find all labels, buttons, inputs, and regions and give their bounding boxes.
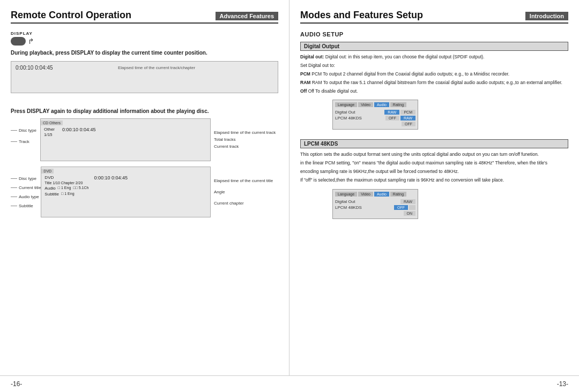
- left-section: Remote Control Operation Advanced Featur…: [0, 0, 290, 375]
- menu1-pcm-val: PCM: [400, 110, 415, 115]
- arrow-icon: ↱: [28, 37, 34, 46]
- disc2-labels-right: Elapsed time of the current title Angle …: [214, 167, 278, 206]
- lpcm-menu: Language Video Audio Rating Digital Out …: [332, 189, 418, 219]
- menu1-off-val: OFF: [385, 116, 399, 120]
- instruction1: During playback, press DISPLAY to displa…: [11, 50, 278, 56]
- lpcm-label: LPCM 48KDS: [300, 139, 568, 148]
- digital-output-intro: Digital out: Digital out: in this setup …: [300, 54, 568, 61]
- disc1-labels-right: Elapsed time of the current track Total …: [214, 118, 278, 149]
- disc2-type-label: Disc type: [11, 176, 41, 181]
- disc2-angle: Angle: [214, 190, 278, 194]
- disc2-audio-label: Audio type: [11, 194, 41, 199]
- menu2-row1: Digital Out RAW: [335, 199, 415, 205]
- menu2-tabs: Language Video Audio Rating: [335, 192, 415, 197]
- disc1-current: Current track: [214, 144, 278, 149]
- menu2-row2: LPCM 48KDS OFF: [335, 205, 415, 210]
- menu1-tab-video: Video: [358, 102, 373, 107]
- menu1-tabs: Language Video Audio Rating: [335, 102, 415, 107]
- disc1-track-label: Track: [11, 139, 40, 144]
- disc1-track-val: 1/15: [44, 132, 55, 137]
- right-header: Modes and Features Setup Introduction: [300, 10, 568, 24]
- digital-output-menu: Language Video Audio Rating Digital Out …: [332, 100, 418, 130]
- menu1-row2: LPCM 48KDS OFF RAW: [335, 115, 415, 121]
- menu1-row3: OFF: [335, 121, 415, 127]
- menu1-row1: Digital Out RAW PCM: [335, 109, 415, 115]
- disc2-elapsed: Elapsed time of the current title: [214, 178, 278, 183]
- disc2-ch-val: □□ 5.1Ch: [73, 186, 88, 191]
- disc1-type-label: Disc type: [11, 128, 40, 133]
- disc2-subtitle-label: Subtitle: [11, 203, 41, 208]
- instruction2: Press DISPLAY again to display additiona…: [11, 108, 278, 114]
- disc2-sub-eng-val: □ 1 Eng: [61, 192, 74, 197]
- disc2-type-val: DVD: [44, 175, 88, 180]
- disc1-tab: CD Others: [41, 120, 63, 125]
- right-page-number: -13-: [557, 380, 568, 388]
- menu2-tab-audio: Audio: [374, 192, 389, 197]
- menu1-raw-val: RAW: [384, 110, 399, 115]
- lpcm-desc3: encoding sampling rate is 96KHz,the outp…: [300, 169, 568, 175]
- disc1-box: CD Others Other 1/15 0:00:10 0:04:45: [40, 118, 211, 161]
- disc2-eng-val: □ 1 Eng: [58, 186, 71, 191]
- menu1-off2-val: OFF: [402, 122, 415, 126]
- display-button-icon: [11, 37, 26, 46]
- lpcm-desc4: If "off" is selected,then the maximun ou…: [300, 177, 568, 184]
- remote-icon-group: ↱: [11, 37, 278, 46]
- left-badge: Advanced Features: [216, 12, 278, 20]
- right-section: Modes and Features Setup Introduction AU…: [290, 0, 579, 375]
- disc2-subtitle-val: Subtitle: [44, 192, 59, 197]
- menu2-tab-video: Video: [358, 192, 373, 197]
- disc1-time: 0:00:10 0:04:45: [62, 127, 96, 132]
- menu2-digital-out-label: Digital Out: [335, 199, 355, 204]
- menu2-off-val: OFF: [394, 205, 408, 210]
- right-title: Modes and Features Setup: [300, 10, 423, 21]
- off-desc: Off Off To disable digital out.: [300, 88, 568, 95]
- menu1-lpcm-label: LPCM 48KDS: [335, 116, 362, 120]
- menu1-digital-out-label: Digital Out: [335, 110, 355, 115]
- display-label: DISPLAY: [11, 31, 278, 36]
- left-header: Remote Control Operation Advanced Featur…: [11, 10, 278, 24]
- digital-out-bold: Digital out:: [300, 54, 324, 59]
- left-page-number: -16-: [11, 380, 22, 388]
- page-container: Remote Control Operation Advanced Featur…: [0, 0, 579, 375]
- disc2-time: 0:00:10 0:04:45: [94, 175, 128, 180]
- lpcm-desc2: in the linear PCM setting, "on" means "t…: [300, 160, 568, 167]
- raw-desc: RAM RAM To output the raw 5.1 channel di…: [300, 80, 568, 86]
- menu2-tab-language: Language: [335, 192, 357, 197]
- menu1-raw2-val: RAW: [400, 116, 415, 120]
- disc2-subtitle-row: Subtitle □ 1 Eng: [44, 192, 88, 197]
- menu2-lpcm-label: LPCM 48KDS: [335, 205, 362, 210]
- lpcm-desc1: This option sets the audio output format…: [300, 152, 568, 158]
- elapsed-label: Elapsed time of the current track/chapte…: [118, 65, 283, 70]
- disc2-audio-val: Audio: [44, 186, 55, 191]
- menu2-row3: ON: [335, 210, 415, 216]
- digital-output-label: Digital Output: [300, 42, 568, 51]
- disc1-total: Total tracks: [214, 137, 278, 142]
- menu1-tab-audio: Audio: [374, 102, 389, 107]
- left-title: Remote Control Operation: [11, 10, 131, 21]
- menu2-empty-val: [409, 205, 415, 210]
- menu2-tab-rating: Rating: [390, 192, 406, 197]
- right-badge: Introduction: [525, 12, 568, 20]
- disc2-title-val: Title 1/10 Chapter 2/20: [44, 181, 88, 185]
- disc2-tab: DVD: [41, 169, 54, 174]
- disc1-container: Disc type Track CD Others Other 1/15 0:0…: [11, 118, 278, 161]
- pcm-desc: PCM PCM To output 2 channel digital from…: [300, 71, 568, 78]
- menu2-on-val: ON: [404, 211, 416, 216]
- disc1-elapsed: Elapsed time of the current track: [214, 130, 278, 135]
- menu2-raw-val: RAW: [400, 199, 415, 204]
- disc1-labels-left: Disc type Track: [11, 118, 40, 144]
- disc2-chapter: Current chapter: [214, 201, 278, 206]
- disc2-box: DVD DVD Title 1/10 Chapter 2/20 Audio □ …: [41, 167, 211, 217]
- page-footer: -16- -13-: [0, 375, 579, 392]
- disc2-audio-row: Audio □ 1 Eng □□ 5.1Ch: [44, 186, 88, 191]
- disc2-container: Disc type Current title Audio type Subti…: [11, 167, 278, 217]
- disc1-type-val: Other: [44, 127, 55, 132]
- menu1-tab-rating: Rating: [390, 102, 406, 107]
- menu1-tab-language: Language: [335, 102, 357, 107]
- audio-setup-title: AUDIO SETUP: [300, 31, 568, 37]
- disc2-labels-left: Disc type Current title Audio type Subti…: [11, 167, 41, 208]
- disc2-current-title-label: Current title: [11, 185, 41, 190]
- set-digital-label: Set Digital out to:: [300, 63, 568, 69]
